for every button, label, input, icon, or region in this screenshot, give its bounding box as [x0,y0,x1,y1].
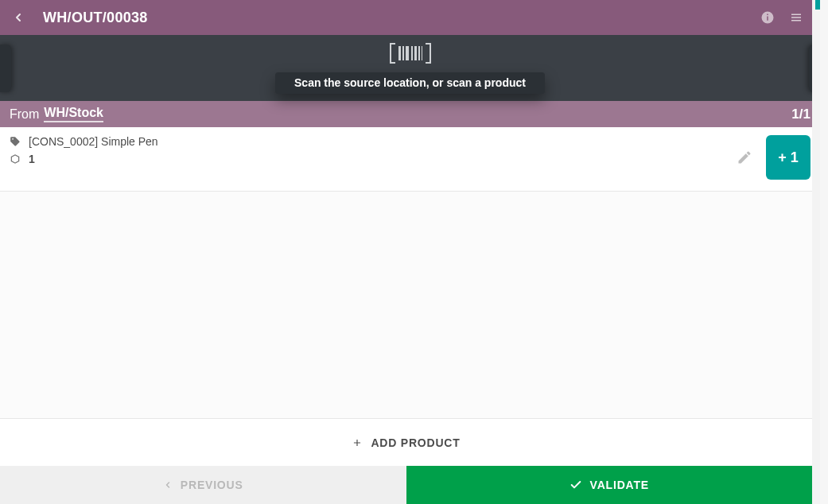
tag-icon [10,136,22,147]
product-name: [CONS_0002] Simple Pen [29,135,158,148]
svg-rect-10 [414,46,417,60]
add-product-button[interactable]: ADD PRODUCT [0,418,812,466]
previous-button[interactable]: PREVIOUS [0,466,406,504]
svg-rect-9 [411,46,413,60]
barcode-icon [389,42,432,64]
topbar: WH/OUT/00038 [0,0,820,35]
svg-rect-4 [791,17,801,18]
pager-right[interactable] [809,45,823,92]
increment-button[interactable]: + 1 [766,135,811,180]
from-bar: From WH/Stock 1/1 [0,101,820,127]
add-product-label: ADD PRODUCT [371,436,460,449]
pager-left[interactable] [0,45,11,92]
cube-icon [10,153,22,165]
app-root: WH/OUT/00038 Scan the source location, o… [0,0,828,504]
svg-rect-1 [767,17,768,21]
from-counter: 1/1 [791,107,811,122]
svg-rect-7 [402,46,404,60]
svg-rect-6 [398,46,401,60]
previous-label: PREVIOUS [181,479,243,491]
from-label: From [10,107,39,122]
scan-zone: Scan the source location, or scan a prod… [0,35,820,101]
validate-button[interactable]: VALIDATE [406,466,813,504]
svg-rect-5 [791,20,801,21]
menu-button[interactable] [783,5,809,30]
page-title: WH/OUT/00038 [43,10,148,26]
chevron-left-icon [163,480,173,490]
pencil-icon [737,149,752,165]
svg-rect-12 [422,46,422,60]
chevron-left-icon [12,11,25,24]
svg-rect-2 [767,14,768,16]
svg-rect-11 [418,46,420,60]
svg-rect-3 [791,14,801,16]
footer: ADD PRODUCT PREVIOUS VALIDATE [0,418,812,504]
check-icon [569,479,582,491]
validate-label: VALIDATE [590,479,649,491]
svg-rect-8 [406,46,409,60]
lines: [CONS_0002] Simple Pen 1 + 1 [0,127,820,192]
product-qty: 1 [29,153,35,165]
back-button[interactable] [11,10,25,25]
info-icon [760,10,775,25]
edit-line-button[interactable] [733,145,756,169]
list-item: [CONS_0002] Simple Pen 1 + 1 [0,127,820,191]
from-location[interactable]: WH/Stock [44,106,103,122]
info-button[interactable] [755,5,780,30]
scan-hint: Scan the source location, or scan a prod… [275,72,545,94]
plus-icon [352,437,363,448]
hamburger-icon [789,10,803,25]
